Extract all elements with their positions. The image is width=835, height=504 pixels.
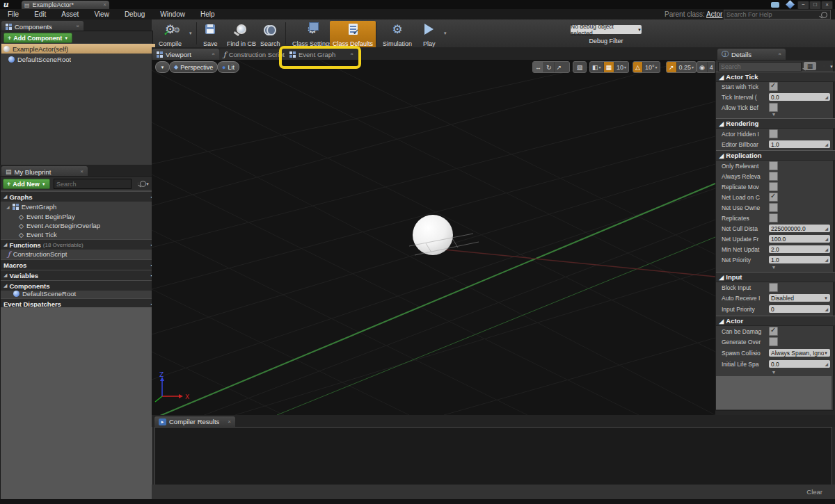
section-actor[interactable]: ◢ Actor [716, 316, 835, 326]
event-graph-row[interactable]: ◢ EventGraph [1, 202, 158, 211]
compile-options-caret-icon[interactable]: ▾ [189, 31, 192, 36]
my-blueprint-search[interactable] [54, 179, 132, 189]
chevron-down-icon[interactable]: ▼ [145, 182, 150, 186]
checkbox[interactable] [769, 337, 778, 346]
event-actorbeginoverlap-row[interactable]: ◇ Event ActorBeginOverlap [1, 221, 170, 230]
close-icon[interactable]: × [76, 24, 79, 29]
checkbox[interactable] [769, 327, 778, 336]
checkbox[interactable] [769, 213, 778, 222]
feedback-icon[interactable] [771, 2, 779, 8]
simulation-button[interactable]: ⚙ Simulation [380, 21, 415, 49]
help-search-input[interactable] [724, 11, 821, 18]
default-scene-root-row[interactable]: DefaultSceneRoot [1, 289, 165, 298]
angle-snap-value[interactable]: 10°▾ [642, 62, 660, 72]
rotate-tool-icon[interactable]: ↻ [543, 62, 554, 72]
checkbox[interactable] [769, 129, 778, 138]
drag-grip-icon[interactable]: ◢ [825, 95, 828, 99]
details-search-input[interactable] [719, 63, 804, 70]
checkbox[interactable] [769, 172, 778, 181]
compile-button[interactable]: ⚙⚙✓ Compile [156, 21, 184, 49]
help-search[interactable] [724, 10, 831, 19]
tab-viewport[interactable]: Viewport × [152, 49, 219, 60]
drag-grip-icon[interactable]: ◢ [825, 361, 828, 366]
checkbox[interactable] [769, 193, 778, 202]
close-icon[interactable]: × [80, 169, 84, 174]
class-defaults-button[interactable]: ✓ Class Defaults [330, 21, 376, 49]
camera-icon[interactable]: ◉ [697, 62, 707, 72]
menu-edit[interactable]: Edit [26, 10, 54, 18]
close-icon[interactable]: × [350, 51, 353, 57]
class-settings-button[interactable]: ⚙ Class Settings [289, 21, 335, 49]
section-actor-tick[interactable]: ◢ Actor Tick [716, 72, 835, 82]
checkbox[interactable] [769, 82, 778, 91]
drag-grip-icon[interactable]: ◢ [825, 307, 828, 311]
scale-snap-value[interactable]: 0.25▾ [676, 62, 697, 72]
scale-snap-icon[interactable]: ↗ [667, 62, 676, 72]
coordinate-space-toggle[interactable]: ▧ [573, 61, 587, 73]
checkbox[interactable] [769, 182, 778, 191]
grid-snap-value[interactable]: 10▾ [614, 62, 628, 72]
functions-section-header[interactable]: ◢ Functions (18 Overridable) + [1, 239, 158, 250]
event-beginplay-row[interactable]: ◇ Event BeginPlay [1, 212, 170, 221]
find-in-cb-button[interactable]: Find in CB [224, 21, 259, 49]
camera-speed-value[interactable]: 4 [707, 62, 715, 72]
search-button[interactable]: Search [257, 21, 283, 49]
menu-help[interactable]: Help [193, 10, 223, 18]
construction-script-row[interactable]: ƒ ConstructionScript [1, 250, 159, 259]
number-input[interactable]: 1.0◢ [769, 256, 830, 263]
scale-tool-icon[interactable]: ↗ [554, 62, 564, 72]
surface-snap-icon[interactable]: ◧▾ [590, 62, 603, 72]
menu-view[interactable]: View [86, 10, 117, 18]
property-matrix-icon[interactable]: ▦ [804, 62, 816, 70]
checkbox[interactable] [769, 161, 778, 170]
number-input[interactable]: 0◢ [769, 305, 830, 313]
section-input[interactable]: ◢ Input [716, 272, 835, 282]
tab-details[interactable]: ⓘ Details × [717, 49, 786, 60]
section-expander[interactable]: ▼ [716, 111, 832, 117]
checkbox[interactable] [769, 203, 778, 212]
drag-grip-icon[interactable]: ◢ [825, 142, 828, 147]
play-options-caret-icon[interactable]: ▾ [444, 31, 447, 36]
marketplace-gem-icon[interactable] [786, 0, 795, 9]
section-replication[interactable]: ◢ Replication [716, 150, 835, 161]
component-row-selected[interactable]: ExampleActor(self) [1, 44, 155, 54]
tab-event-graph[interactable]: Event Graph × [285, 49, 358, 60]
angle-snap-icon[interactable]: △ [633, 62, 642, 72]
checkbox[interactable] [769, 283, 778, 292]
menu-debug[interactable]: Debug [117, 10, 152, 18]
lit-mode-button[interactable]: ● Lit [217, 61, 239, 73]
asset-tab[interactable]: ▤ ExampleActor* × [22, 1, 109, 9]
details-search[interactable] [718, 62, 802, 72]
perspective-button[interactable]: ◆ Perspective [169, 61, 218, 73]
chevron-down-icon[interactable]: ▼ [829, 65, 834, 69]
number-input[interactable]: 2.0◢ [769, 245, 830, 253]
add-new-button[interactable]: + Add New ▼ [3, 179, 50, 189]
close-icon[interactable]: × [228, 419, 231, 425]
close-icon[interactable]: × [778, 51, 781, 57]
section-rendering[interactable]: ◢ Rendering [716, 118, 835, 129]
number-input[interactable]: 0.0◢ [769, 360, 830, 368]
expand-triangle-icon[interactable]: ◢ [6, 204, 10, 209]
save-button[interactable]: Save [200, 21, 221, 49]
my-blueprint-search-input[interactable] [54, 181, 140, 188]
number-input[interactable]: 100.0◢ [769, 235, 830, 243]
variables-section-header[interactable]: ◢ Variables + [1, 270, 158, 280]
number-input[interactable]: 0.0◢ [769, 93, 830, 101]
dropdown[interactable]: Disabled▼ [769, 294, 830, 302]
dropdown[interactable]: Always Spawn, Ignore C▼ [769, 349, 830, 357]
section-expander[interactable]: ▼ [716, 264, 832, 270]
close-icon[interactable]: × [212, 51, 215, 57]
drag-grip-icon[interactable]: ◢ [825, 226, 828, 231]
debug-object-dropdown[interactable]: No debug object selected ▼ [571, 25, 642, 34]
drag-grip-icon[interactable]: ◢ [825, 236, 828, 241]
drag-grip-icon[interactable]: ◢ [825, 247, 828, 252]
event-tick-row[interactable]: ◇ Event Tick [1, 230, 170, 239]
viewport-options-button[interactable]: ▼ [155, 61, 170, 73]
close-icon[interactable]: × [103, 2, 106, 8]
clear-button[interactable]: Clear [806, 488, 822, 496]
compiler-output[interactable] [154, 427, 832, 485]
drag-grip-icon[interactable]: ◢ [825, 257, 828, 262]
menu-file[interactable]: File [0, 10, 26, 18]
add-component-button[interactable]: + Add Component ▼ [3, 33, 72, 43]
number-input[interactable]: 225000000.0◢ [769, 225, 830, 232]
